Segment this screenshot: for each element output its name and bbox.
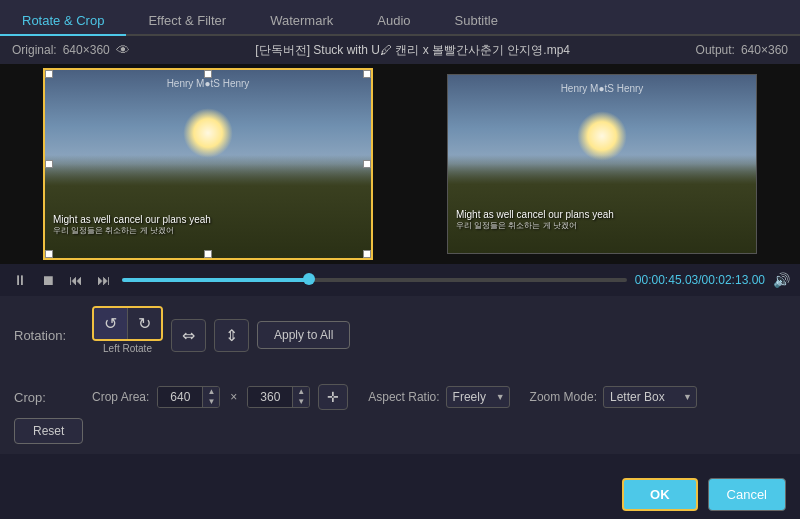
zoom-label: Zoom Mode:	[530, 390, 597, 404]
aspect-label: Aspect Ratio:	[368, 390, 439, 404]
zoom-section: Zoom Mode: Letter Box Pan & Scan Full	[530, 386, 697, 408]
progress-track[interactable]	[122, 278, 627, 282]
subtitle-out-line1: Might as well cancel our plans yeah	[456, 209, 614, 220]
sun	[183, 108, 233, 158]
current-time: 00:00:45.03	[635, 273, 698, 287]
crop-height-input-group: ▲ ▼	[247, 386, 310, 408]
rotate-buttons: ↺ ↻	[92, 306, 163, 341]
crop-height-input[interactable]	[248, 387, 292, 407]
total-time: 00:02:13.00	[702, 273, 765, 287]
reset-row: Reset	[14, 418, 786, 444]
left-rotate-label: Left Rotate	[92, 343, 163, 354]
crop-width-input[interactable]	[158, 387, 202, 407]
output-info: Output: 640×360	[696, 43, 788, 57]
crop-handle-tl[interactable]	[45, 70, 53, 78]
reset-btn[interactable]: Reset	[14, 418, 83, 444]
tab-watermark[interactable]: Watermark	[248, 7, 355, 36]
watermark-original: Henry M●tS Henry	[167, 78, 250, 89]
crop-handle-br[interactable]	[363, 250, 371, 258]
right-rotate-btn[interactable]: ↻	[128, 308, 161, 339]
output-preview: Henry M●tS Henry Might as well cancel ou…	[447, 74, 757, 254]
x-separator: ×	[228, 390, 239, 404]
flip-horizontal-btn[interactable]: ⇔	[171, 319, 206, 352]
aspect-select[interactable]: Freely 16:9 4:3 1:1 9:16	[446, 386, 510, 408]
width-spinner: ▲ ▼	[202, 387, 219, 407]
prev-btn[interactable]: ⏮	[66, 272, 86, 288]
info-bar: Original: 640×360 👁 [단독버전] Stuck with U🖊…	[0, 36, 800, 64]
crop-row: Crop: Crop Area: ▲ ▼ × ▲ ▼ ✛ Aspect Rati…	[14, 384, 786, 410]
crop-handle-ml[interactable]	[45, 160, 53, 168]
play-btn[interactable]: ⏸	[10, 272, 30, 288]
left-rotate-btn[interactable]: ↺	[94, 308, 128, 339]
grass	[45, 155, 371, 258]
time-display: 00:00:45.03/00:02:13.00	[635, 273, 765, 287]
controls-area: Rotation: ↺ ↻ Left Rotate ⇔ ⇕ Apply to A…	[0, 296, 800, 454]
aspect-section: Aspect Ratio: Freely 16:9 4:3 1:1 9:16	[368, 386, 509, 408]
subtitle-original: Might as well cancel our plans yeah 우리 일…	[53, 214, 211, 236]
ok-button[interactable]: OK	[622, 478, 698, 511]
output-res: 640×360	[741, 43, 788, 57]
flip-vertical-btn[interactable]: ⇕	[214, 319, 249, 352]
tab-rotate-crop[interactable]: Rotate & Crop	[0, 7, 126, 36]
rotation-label: Rotation:	[14, 328, 84, 343]
original-info: Original: 640×360 👁	[12, 42, 130, 58]
sun-out	[577, 111, 627, 161]
preview-area: Henry M●tS Henry Might as well cancel ou…	[0, 64, 800, 264]
aspect-select-wrapper: Freely 16:9 4:3 1:1 9:16	[446, 386, 510, 408]
zoom-select[interactable]: Letter Box Pan & Scan Full	[603, 386, 697, 408]
crop-handle-bl[interactable]	[45, 250, 53, 258]
width-down-btn[interactable]: ▼	[203, 397, 219, 407]
stop-btn[interactable]: ⏹	[38, 272, 58, 288]
crop-area-label: Crop Area:	[92, 390, 149, 404]
height-down-btn[interactable]: ▼	[293, 397, 309, 407]
tab-audio[interactable]: Audio	[355, 7, 432, 36]
file-name: [단독버전] Stuck with U🖊 캔리 x 볼빨간사춘기 안지영.mp4	[255, 42, 570, 59]
volume-icon[interactable]: 🔊	[773, 272, 790, 288]
subtitle-out-line2: 우리 일정들은 취소하는 게 낫겠어	[456, 220, 614, 231]
height-up-btn[interactable]: ▲	[293, 387, 309, 397]
width-up-btn[interactable]: ▲	[203, 387, 219, 397]
tab-bar: Rotate & Crop Effect & Filter Watermark …	[0, 0, 800, 36]
original-res: 640×360	[63, 43, 110, 57]
grass-out	[448, 155, 756, 253]
bottom-bar: OK Cancel	[608, 470, 800, 519]
subtitle-output: Might as well cancel our plans yeah 우리 일…	[456, 209, 614, 231]
output-label: Output:	[696, 43, 735, 57]
crop-width-input-group: ▲ ▼	[157, 386, 220, 408]
progress-fill	[122, 278, 309, 282]
crop-handle-tr[interactable]	[363, 70, 371, 78]
original-label: Original:	[12, 43, 57, 57]
cancel-button[interactable]: Cancel	[708, 478, 786, 511]
height-spinner: ▲ ▼	[292, 387, 309, 407]
crop-handle-tm[interactable]	[204, 70, 212, 78]
rotation-row: Rotation: ↺ ↻ Left Rotate ⇔ ⇕ Apply to A…	[14, 306, 786, 364]
subtitle-line1: Might as well cancel our plans yeah	[53, 214, 211, 225]
apply-to-all-btn[interactable]: Apply to All	[257, 321, 350, 349]
watermark-output: Henry M●tS Henry	[561, 83, 644, 94]
crop-handle-bm[interactable]	[204, 250, 212, 258]
timeline-bar: ⏸ ⏹ ⏮ ⏭ 00:00:45.03/00:02:13.00 🔊	[0, 264, 800, 296]
crop-center-btn[interactable]: ✛	[318, 384, 348, 410]
subtitle-line2: 우리 일정들은 취소하는 게 낫겠어	[53, 225, 211, 236]
crop-label: Crop:	[14, 390, 84, 405]
tab-effect-filter[interactable]: Effect & Filter	[126, 7, 248, 36]
zoom-select-wrapper: Letter Box Pan & Scan Full	[603, 386, 697, 408]
eye-icon[interactable]: 👁	[116, 42, 130, 58]
progress-thumb[interactable]	[303, 273, 315, 285]
tab-subtitle[interactable]: Subtitle	[433, 7, 520, 36]
crop-handle-mr[interactable]	[363, 160, 371, 168]
rotate-group-wrapper: ↺ ↻ Left Rotate	[92, 306, 163, 354]
original-preview: Henry M●tS Henry Might as well cancel ou…	[43, 68, 373, 260]
next-btn[interactable]: ⏭	[94, 272, 114, 288]
